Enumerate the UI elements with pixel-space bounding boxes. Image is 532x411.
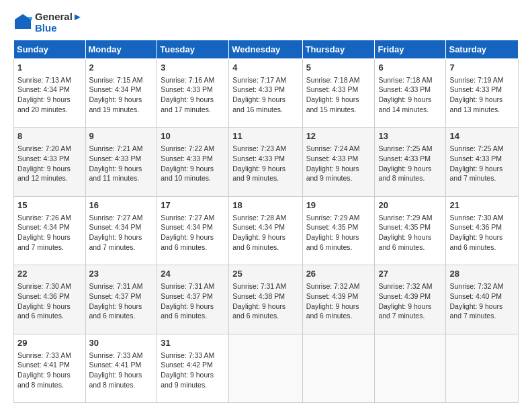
table-row: 7Sunrise: 7:19 AMSunset: 4:33 PMDaylight…	[446, 58, 519, 128]
header: General► Blue	[13, 11, 519, 34]
sunset-text: Sunset: 4:33 PM	[449, 85, 502, 93]
table-row: 14Sunrise: 7:25 AMSunset: 4:33 PMDayligh…	[446, 128, 519, 197]
sunrise-text: Sunrise: 7:32 AM	[378, 282, 432, 290]
sunset-text: Sunset: 4:33 PM	[232, 154, 285, 163]
daylight-text: Daylight: 9 hours and 7 minutes.	[378, 302, 431, 320]
daylight-text: Daylight: 9 hours and 7 minutes.	[449, 165, 502, 183]
sunrise-text: Sunrise: 7:30 AM	[449, 214, 503, 222]
day-number: 1	[17, 62, 82, 74]
sunset-text: Sunset: 4:33 PM	[17, 154, 70, 163]
daylight-text: Daylight: 9 hours and 7 minutes.	[17, 233, 71, 251]
day-number: 3	[161, 62, 225, 74]
day-number: 21	[449, 199, 515, 212]
sunset-text: Sunset: 4:39 PM	[378, 292, 431, 300]
calendar-week-row: 22Sunrise: 7:30 AMSunset: 4:36 PMDayligh…	[14, 265, 519, 334]
sunset-text: Sunset: 4:33 PM	[161, 154, 213, 163]
table-row	[446, 334, 519, 403]
daylight-text: Daylight: 9 hours and 15 minutes.	[306, 95, 359, 113]
sunrise-text: Sunrise: 7:26 AM	[17, 214, 71, 222]
logo-text: General► Blue	[35, 11, 83, 34]
day-number: 25	[232, 268, 298, 280]
daylight-text: Daylight: 9 hours and 6 minutes.	[306, 302, 359, 320]
daylight-text: Daylight: 9 hours and 13 minutes.	[449, 95, 502, 113]
daylight-text: Daylight: 9 hours and 7 minutes.	[89, 233, 142, 251]
sunset-text: Sunset: 4:35 PM	[378, 223, 431, 231]
day-number: 9	[89, 130, 154, 142]
daylight-text: Daylight: 9 hours and 6 minutes.	[89, 302, 142, 320]
day-number: 20	[378, 199, 442, 212]
sunset-text: Sunset: 4:34 PM	[89, 223, 142, 231]
sunrise-text: Sunrise: 7:16 AM	[161, 76, 214, 84]
calendar-week-row: 1Sunrise: 7:13 AMSunset: 4:34 PMDaylight…	[14, 58, 519, 128]
daylight-text: Daylight: 9 hours and 6 minutes.	[232, 233, 285, 251]
sunset-text: Sunset: 4:34 PM	[89, 85, 142, 93]
sunrise-text: Sunrise: 7:15 AM	[89, 76, 143, 84]
sunset-text: Sunset: 4:38 PM	[232, 292, 285, 300]
table-row: 5Sunrise: 7:18 AMSunset: 4:33 PMDaylight…	[302, 58, 375, 128]
day-number: 4	[232, 62, 298, 74]
table-row: 2Sunrise: 7:15 AMSunset: 4:34 PMDaylight…	[85, 58, 157, 128]
table-row	[375, 334, 446, 403]
daylight-text: Daylight: 9 hours and 6 minutes.	[449, 233, 502, 251]
sunset-text: Sunset: 4:34 PM	[161, 223, 213, 231]
daylight-text: Daylight: 9 hours and 8 minutes.	[378, 165, 431, 183]
day-number: 26	[306, 268, 371, 280]
sunset-text: Sunset: 4:36 PM	[449, 223, 502, 231]
day-number: 30	[89, 337, 154, 349]
day-number: 28	[449, 268, 515, 280]
col-thursday: Thursday	[302, 40, 375, 58]
sunset-text: Sunset: 4:33 PM	[161, 85, 213, 93]
table-row: 8Sunrise: 7:20 AMSunset: 4:33 PMDaylight…	[14, 128, 86, 197]
day-number: 11	[232, 130, 298, 142]
daylight-text: Daylight: 9 hours and 11 minutes.	[89, 165, 142, 183]
daylight-text: Daylight: 9 hours and 6 minutes.	[378, 233, 431, 251]
day-number: 16	[89, 199, 154, 212]
table-row: 18Sunrise: 7:28 AMSunset: 4:34 PMDayligh…	[229, 196, 302, 265]
table-row: 22Sunrise: 7:30 AMSunset: 4:36 PMDayligh…	[14, 265, 86, 334]
calendar-page: General► Blue Sunday Monday Tuesday Wedn…	[0, 0, 532, 411]
day-number: 18	[232, 199, 298, 212]
sunset-text: Sunset: 4:34 PM	[17, 85, 70, 93]
sunrise-text: Sunrise: 7:23 AM	[232, 144, 286, 152]
daylight-text: Daylight: 9 hours and 9 minutes.	[232, 165, 285, 183]
sunrise-text: Sunrise: 7:33 AM	[89, 351, 143, 359]
table-row: 20Sunrise: 7:29 AMSunset: 4:35 PMDayligh…	[375, 196, 446, 265]
table-row	[229, 334, 302, 403]
day-number: 27	[378, 268, 442, 280]
table-row: 11Sunrise: 7:23 AMSunset: 4:33 PMDayligh…	[229, 128, 302, 197]
calendar-week-row: 8Sunrise: 7:20 AMSunset: 4:33 PMDaylight…	[14, 128, 519, 197]
sunrise-text: Sunrise: 7:29 AM	[378, 214, 432, 222]
logo-icon	[13, 13, 32, 32]
sunrise-text: Sunrise: 7:21 AM	[89, 144, 143, 152]
sunrise-text: Sunrise: 7:27 AM	[161, 214, 214, 222]
col-saturday: Saturday	[446, 40, 519, 58]
sunset-text: Sunset: 4:33 PM	[378, 154, 431, 163]
sunrise-text: Sunrise: 7:33 AM	[17, 351, 71, 359]
day-number: 5	[306, 62, 371, 74]
sunrise-text: Sunrise: 7:17 AM	[232, 76, 286, 84]
day-number: 8	[17, 130, 82, 142]
sunset-text: Sunset: 4:35 PM	[306, 223, 359, 231]
day-number: 31	[161, 337, 225, 349]
col-monday: Monday	[85, 40, 157, 58]
sunset-text: Sunset: 4:41 PM	[89, 361, 142, 369]
sunrise-text: Sunrise: 7:29 AM	[306, 214, 360, 222]
sunrise-text: Sunrise: 7:33 AM	[161, 351, 214, 359]
table-row: 13Sunrise: 7:25 AMSunset: 4:33 PMDayligh…	[375, 128, 446, 197]
day-number: 14	[449, 130, 515, 142]
table-row: 19Sunrise: 7:29 AMSunset: 4:35 PMDayligh…	[302, 196, 375, 265]
daylight-text: Daylight: 9 hours and 14 minutes.	[378, 95, 431, 113]
sunrise-text: Sunrise: 7:18 AM	[378, 76, 432, 84]
daylight-text: Daylight: 9 hours and 6 minutes.	[232, 302, 285, 320]
sunrise-text: Sunrise: 7:25 AM	[449, 144, 503, 152]
sunset-text: Sunset: 4:33 PM	[449, 154, 502, 163]
table-row: 31Sunrise: 7:33 AMSunset: 4:42 PMDayligh…	[157, 334, 229, 403]
daylight-text: Daylight: 9 hours and 19 minutes.	[89, 95, 142, 113]
table-row: 4Sunrise: 7:17 AMSunset: 4:33 PMDaylight…	[229, 58, 302, 128]
day-number: 12	[306, 130, 371, 142]
sunset-text: Sunset: 4:33 PM	[89, 154, 142, 163]
day-number: 15	[17, 199, 82, 212]
table-row: 29Sunrise: 7:33 AMSunset: 4:41 PMDayligh…	[14, 334, 86, 403]
day-number: 6	[378, 62, 442, 74]
table-row: 26Sunrise: 7:32 AMSunset: 4:39 PMDayligh…	[302, 265, 375, 334]
